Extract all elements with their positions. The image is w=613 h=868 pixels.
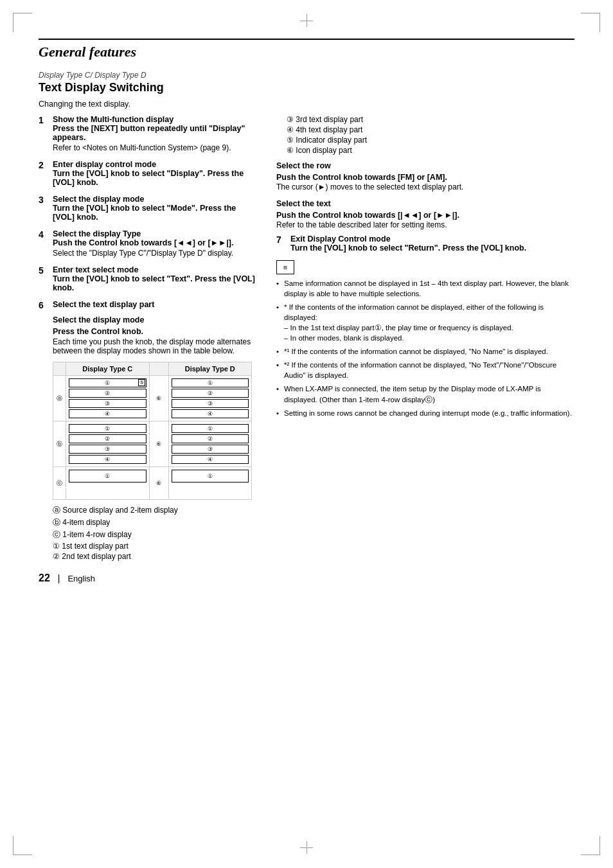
diagram-row-c: ⓒ ① ⑥ ① xyxy=(53,467,251,499)
select-row-section: Select the row Push the Control knob tow… xyxy=(276,161,574,193)
select-row-heading: Select the row xyxy=(276,161,574,170)
step-6-content: Select the text display part Select the … xyxy=(53,300,257,562)
select-row-subheading: Push the Control knob towards [FM] or [A… xyxy=(276,173,574,182)
item-6: ⑥ Icon display part xyxy=(287,146,574,155)
step-1-number: 1 xyxy=(39,115,49,152)
diagram-row-b: ⓑ ① ② ③ ④ ⑥ ① xyxy=(53,421,251,467)
footnote-b: ⓑ 4-item display xyxy=(53,517,257,528)
step-3-content: Select the display mode Turn the [VOL] k… xyxy=(53,195,257,222)
step-2: 2 Enter display control mode Turn the [V… xyxy=(39,160,257,187)
page-language: English xyxy=(67,574,95,583)
step-2-title: Enter display control mode xyxy=(53,160,257,169)
select-text-heading: Select the text xyxy=(276,199,574,208)
select-row-body: The cursor (►) moves to the selected tex… xyxy=(276,182,574,193)
step-1-content: Show the Multi-function display Press th… xyxy=(53,115,257,152)
row-b-type-c: ① ② ③ ④ xyxy=(66,421,150,466)
section-title: General features xyxy=(39,44,574,60)
select-text-body: Refer to the table described later for s… xyxy=(276,220,574,231)
footnote-list: ⓐ Source display and 2-item display ⓑ 4-… xyxy=(53,505,257,561)
row-a-divider: ⑥ xyxy=(150,376,169,421)
select-text-subheading: Push the Control knob towards [|◄◄] or [… xyxy=(276,211,574,220)
bullet-1: Same information cannot be displayed in … xyxy=(276,278,574,299)
footnote-c: ⓒ 1-item 4-row display xyxy=(53,529,257,540)
step-4-content: Select the display Type Push the Control… xyxy=(53,229,257,258)
footnote-a: ⓐ Source display and 2-item display xyxy=(53,505,257,516)
row-a-label: ⓐ xyxy=(53,376,66,421)
step-1: 1 Show the Multi-function display Press … xyxy=(39,115,257,152)
step-1-body: Press the [NEXT] button repeatedly until… xyxy=(53,124,257,142)
bullet-2: * If the contents of the information can… xyxy=(276,302,574,343)
step-6: 6 Select the text display part Select th… xyxy=(39,300,257,562)
step-4-note: Select the "Display Type C"/"Display Typ… xyxy=(53,249,257,258)
step-4-title: Select the display Type xyxy=(53,229,257,238)
bullet-6: Setting in some rows cannot be changed d… xyxy=(276,408,574,418)
step-4-body: Push the Control knob towards [◄◄] or [►… xyxy=(53,238,257,247)
item-3: ③ 3rd text display part xyxy=(287,115,574,124)
item-4: ④ 4th text display part xyxy=(287,125,574,134)
step-7: 7 Exit Display Control mode Turn the [VO… xyxy=(276,235,574,252)
row-b-label: ⓑ xyxy=(53,421,66,466)
step-6-sub-note: Each time you push the knob, the display… xyxy=(53,337,257,355)
bullet-5: When LX-AMP is connected, the item setup… xyxy=(276,384,574,404)
step-2-body: Turn the [VOL] knob to select "Display".… xyxy=(53,169,257,187)
row-b-divider: ⑥ xyxy=(150,421,169,466)
step-2-content: Enter display control mode Turn the [VOL… xyxy=(53,160,257,187)
footnote-1: ① 1st text display part xyxy=(53,542,257,551)
footnote-2: ② 2nd text display part xyxy=(53,552,257,561)
step-1-title: Show the Multi-function display xyxy=(53,115,257,124)
row-c-type-d: ① xyxy=(169,467,252,499)
step-3: 3 Select the display mode Turn the [VOL]… xyxy=(39,195,257,222)
step-6-title: Select the text display part xyxy=(53,300,257,309)
step-1-note: Refer to <Notes on Multi-function System… xyxy=(53,143,257,152)
bullet-4: *² If the contents of the information ca… xyxy=(276,360,574,380)
step-7-content: Exit Display Control mode Turn the [VOL]… xyxy=(290,235,526,252)
left-column: 1 Show the Multi-function display Press … xyxy=(39,115,257,584)
row-a-type-d: ① ② ③ ④ xyxy=(169,376,252,421)
select-text-section: Select the text Push the Control knob to… xyxy=(276,199,574,231)
step-7-title: Exit Display Control mode xyxy=(290,235,526,244)
right-column: ③ 3rd text display part ④ 4th text displ… xyxy=(276,115,574,584)
diagram-header-type-d: Display Type D xyxy=(169,362,252,376)
step-5-title: Enter text select mode xyxy=(53,265,257,274)
row-c-divider: ⑥ xyxy=(150,467,169,499)
step-4-number: 4 xyxy=(39,229,49,258)
row-a-type-c: ① ⑤ ② ③ ④ xyxy=(66,376,150,421)
step-5-number: 5 xyxy=(39,265,49,292)
note-icon: ≡ xyxy=(276,260,294,274)
row-b-type-d: ① ② ③ ④ xyxy=(169,421,252,466)
step-7-number: 7 xyxy=(276,235,287,252)
row-c-type-c: ① xyxy=(66,467,150,499)
bullet-list: Same information cannot be displayed in … xyxy=(276,278,574,418)
display-type-diagram: Display Type C Display Type D ⓐ xyxy=(53,362,252,500)
diagram-header: Display Type C Display Type D xyxy=(53,362,251,376)
step-2-number: 2 xyxy=(39,160,49,187)
row-c-label: ⓒ xyxy=(53,467,66,499)
step-5-content: Enter text select mode Turn the [VOL] kn… xyxy=(53,265,257,292)
step-5: 5 Enter text select mode Turn the [VOL] … xyxy=(39,265,257,292)
step-3-number: 3 xyxy=(39,195,49,222)
step-6-sub-body: Press the Control knob. xyxy=(53,327,257,336)
step-4: 4 Select the display Type Push the Contr… xyxy=(39,229,257,258)
step-7-body: Turn the [VOL] knob to select "Return". … xyxy=(290,244,526,252)
step-5-body: Turn the [VOL] knob to select "Text". Pr… xyxy=(53,274,257,292)
step-3-title: Select the display mode xyxy=(53,195,257,204)
subtitle-italic: Display Type C/ Display Type D xyxy=(39,71,574,80)
items-above-list: ③ 3rd text display part ④ 4th text displ… xyxy=(276,115,574,155)
step-6-number: 6 xyxy=(39,300,49,562)
item-5: ⑤ Indicator display part xyxy=(287,136,574,145)
diagram-header-type-c: Display Type C xyxy=(66,362,150,376)
page-number-line: 22 | English xyxy=(39,572,257,584)
bullet-3: *¹ If the contents of the information ca… xyxy=(276,346,574,357)
page-number: 22 xyxy=(39,572,50,584)
subtitle-bold: Text Display Switching xyxy=(39,81,574,94)
section-header: General features xyxy=(39,39,574,60)
intro-text: Changing the text display. xyxy=(39,100,574,109)
two-column-layout: 1 Show the Multi-function display Press … xyxy=(39,115,574,584)
step-6-sub-heading: Select the display mode xyxy=(53,315,257,324)
diagram-row-a: ⓐ ① ⑤ ② ③ xyxy=(53,376,251,421)
step-3-body: Turn the [VOL] knob to select "Mode". Pr… xyxy=(53,204,257,222)
